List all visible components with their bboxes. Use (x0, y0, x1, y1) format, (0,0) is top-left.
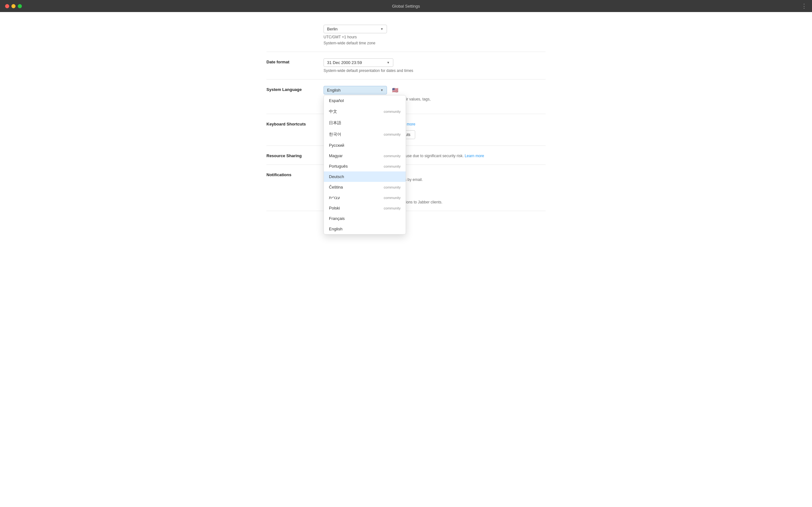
lang-chinese-badge: community (384, 110, 401, 113)
timezone-description: System-wide default time zone (323, 41, 546, 45)
lang-chinese[interactable]: 中文 community (324, 106, 406, 117)
lang-polish-label: Polski (329, 206, 340, 210)
lang-portuguese[interactable]: Português community (324, 161, 406, 171)
window-title: Global Settings (392, 4, 420, 9)
date-format-chevron-icon: ▼ (387, 61, 390, 64)
keyboard-shortcuts-label: Keyboard Shortcuts (266, 120, 323, 126)
timezone-chevron-icon: ▼ (380, 27, 384, 31)
language-dropdown[interactable]: English ▼ (323, 86, 387, 95)
menu-dots-button[interactable]: ⋮ (801, 3, 807, 9)
system-language-content: English ▼ Español 中文 community (323, 86, 546, 107)
lang-french[interactable]: Français (324, 213, 406, 224)
traffic-lights (5, 4, 22, 8)
resource-sharing-label: Resource Sharing (266, 152, 323, 158)
lang-deutsch-label: Deutsch (329, 174, 344, 179)
timezone-dropdown[interactable]: Berlin ▼ (323, 25, 387, 33)
settings-content: Berlin ▼ UTC/GMT +1 hours System-wide de… (0, 12, 812, 507)
lang-english[interactable]: English (324, 224, 406, 234)
notifications-label: Notifications (266, 171, 323, 177)
lang-french-label: Français (329, 216, 345, 221)
lang-hebrew-label: עברית (329, 195, 340, 200)
lang-czech-badge: community (384, 185, 401, 189)
lang-magyar-label: Magyar (329, 153, 343, 158)
maximize-button[interactable] (18, 4, 22, 8)
lang-espanol-label: Español (329, 98, 344, 103)
date-format-row: Date format 31 Dec 2000 23:59 ▼ System-w… (266, 52, 546, 79)
language-dropdown-container: English ▼ Español 中文 community (323, 86, 387, 95)
date-format-label: Date format (266, 58, 323, 64)
language-value: English (327, 88, 341, 93)
language-flag-icon: 🇺🇸 (392, 88, 399, 93)
date-format-value: 31 Dec 2000 23:59 (327, 60, 362, 65)
minimize-button[interactable] (11, 4, 15, 8)
system-language-row: System Language English ▼ Español (266, 79, 546, 114)
lang-russian-label: Русский (329, 143, 344, 148)
language-selector-row: English ▼ Español 中文 community (323, 86, 546, 95)
lang-hebrew-badge: community (384, 196, 401, 200)
lang-korean-badge: community (384, 132, 401, 136)
date-format-content: 31 Dec 2000 23:59 ▼ System-wide default … (323, 58, 546, 73)
timezone-label (266, 25, 323, 26)
resource-sharing-row: Resource Sharing from any domain. Not re… (266, 146, 546, 165)
lang-korean-label: 한국어 (329, 131, 341, 137)
lang-english-label: English (329, 227, 343, 231)
settings-area: Berlin ▼ UTC/GMT +1 hours System-wide de… (254, 12, 558, 217)
lang-czech-label: Čeština (329, 185, 343, 189)
lang-japanese-label: 日本語 (329, 120, 341, 126)
lang-deutsch[interactable]: Deutsch (324, 171, 406, 182)
lang-polish-badge: community (384, 206, 401, 210)
keyboard-shortcuts-row: Keyboard Shortcuts u can also add and us… (266, 114, 546, 146)
lang-russian[interactable]: Русский (324, 140, 406, 151)
lang-portuguese-label: Português (329, 164, 348, 169)
lang-japanese[interactable]: 日本語 (324, 117, 406, 129)
titlebar: Global Settings ⋮ (0, 0, 812, 12)
lang-hebrew[interactable]: עברית community (324, 192, 406, 203)
date-format-dropdown[interactable]: 31 Dec 2000 23:59 ▼ (323, 58, 393, 67)
close-button[interactable] (5, 4, 9, 8)
notifications-row: Notifications Email Use a connected mail… (266, 165, 546, 211)
lang-polish[interactable]: Polski community (324, 203, 406, 213)
language-dropdown-list: Español 中文 community 日本語 (323, 95, 406, 234)
lang-magyar[interactable]: Magyar community (324, 151, 406, 161)
timezone-content: Berlin ▼ UTC/GMT +1 hours System-wide de… (323, 25, 546, 45)
lang-portuguese-badge: community (384, 164, 401, 168)
language-chevron-icon: ▼ (380, 89, 384, 92)
timezone-row: Berlin ▼ UTC/GMT +1 hours System-wide de… (266, 18, 546, 52)
lang-chinese-label: 中文 (329, 109, 337, 114)
lang-czech[interactable]: Čeština community (324, 182, 406, 192)
timezone-utc: UTC/GMT +1 hours (323, 35, 546, 39)
lang-korean[interactable]: 한국어 community (324, 129, 406, 140)
lang-espanol[interactable]: Español (324, 95, 406, 106)
resource-sharing-learn-more[interactable]: Learn more (465, 154, 484, 158)
timezone-value: Berlin (327, 26, 338, 32)
lang-magyar-badge: community (384, 154, 401, 158)
system-language-label: System Language (266, 86, 323, 92)
date-format-description: System-wide default presentation for dat… (323, 68, 546, 73)
